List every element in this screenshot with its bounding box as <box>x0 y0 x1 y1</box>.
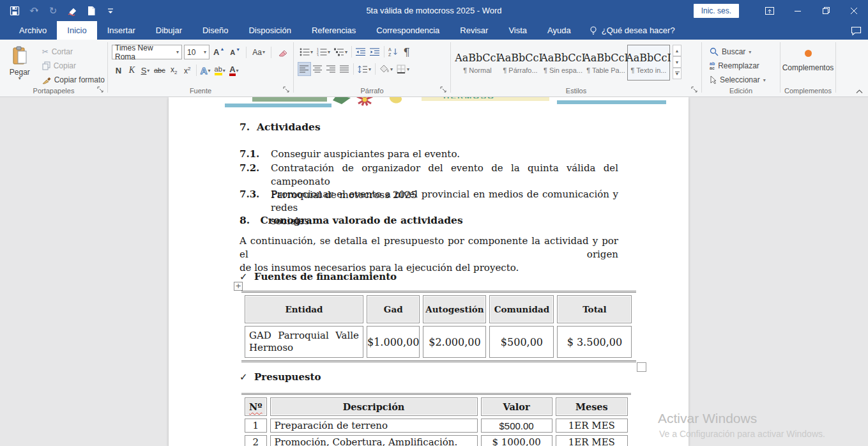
search-icon <box>710 47 719 56</box>
ribbon-display-options-icon[interactable] <box>756 0 784 21</box>
customize-qat-icon[interactable] <box>102 3 119 19</box>
svg-text:A: A <box>388 47 392 52</box>
shrink-font-button[interactable]: A▼ <box>228 45 242 59</box>
grow-font-button[interactable]: A▲ <box>211 45 226 59</box>
feedback-icon[interactable] <box>851 21 862 40</box>
styles-scroll-up-icon[interactable]: ▲ <box>673 45 681 56</box>
paste-button[interactable]: Pegar ▾ <box>5 45 34 87</box>
bullets-icon[interactable]: ▾ <box>298 45 315 59</box>
tell-me-box[interactable]: ¿Qué desea hacer? <box>581 21 683 40</box>
format-painter-button[interactable]: Copiar formato <box>40 73 107 87</box>
funding-table[interactable]: Entidad Gad Autogestión Comunidad Total … <box>241 291 636 362</box>
strikethrough-button[interactable]: abc <box>152 63 167 77</box>
funding-cell-entity: GAD Parroquial Valle Hermoso <box>245 326 363 358</box>
funding-cell-autogestion: $2.000,00 <box>423 326 486 358</box>
new-document-icon[interactable] <box>83 3 100 19</box>
styles-scroll-down-icon[interactable]: ▼ <box>673 56 681 68</box>
group-estilos: AaBbCcI ¶ Normal AaBbCcI ¶ Párrafo... Aa… <box>451 40 701 96</box>
minimize-button[interactable] <box>784 0 812 21</box>
justify-icon[interactable] <box>338 62 351 76</box>
table-move-handle[interactable]: + <box>234 282 243 291</box>
clear-formatting-button[interactable] <box>275 45 289 59</box>
font-color-button[interactable]: A▾ <box>227 63 241 77</box>
multilevel-list-icon[interactable]: ▾ <box>332 45 349 59</box>
tab-disposicion[interactable]: Disposición <box>238 21 301 40</box>
style-sin-espaciado[interactable]: AaBbCcI ¶ Sin espa... <box>542 45 584 81</box>
document-area[interactable]: HERMOSO 7. Actividades 7.1. Conseguir au… <box>0 97 868 446</box>
show-marks-icon[interactable]: ¶ <box>400 45 413 59</box>
funding-cell-total: $ 3.500,00 <box>557 326 632 358</box>
tab-diseno[interactable]: Diseño <box>192 21 238 40</box>
bold-button[interactable]: N <box>112 63 125 77</box>
ink-eraser-icon[interactable] <box>64 3 80 19</box>
subscript-button[interactable]: x2 <box>167 63 181 77</box>
style-normal[interactable]: AaBbCcI ¶ Normal <box>456 45 499 81</box>
borders-icon[interactable]: ▾ <box>395 62 411 76</box>
close-button[interactable] <box>840 0 868 21</box>
tab-vista[interactable]: Vista <box>498 21 537 40</box>
tab-dibujar[interactable]: Dibujar <box>146 21 192 40</box>
funding-cell-comunidad: $500,00 <box>489 326 554 358</box>
style-table-paragraph[interactable]: AaBbCcI ¶ Table Pa... <box>584 45 627 81</box>
paintbrush-icon <box>42 75 51 84</box>
tab-archivo[interactable]: Archivo <box>9 21 57 40</box>
collapse-ribbon-icon[interactable] <box>856 89 863 94</box>
undo-icon[interactable]: ↶▾ <box>26 3 42 19</box>
font-name-combo[interactable]: Times New Roma▾ <box>112 45 182 59</box>
tab-ayuda[interactable]: Ayuda <box>537 21 581 40</box>
document-page[interactable]: HERMOSO 7. Actividades 7.1. Conseguir au… <box>169 97 689 446</box>
style-parrafo[interactable]: AaBbCcI ¶ Párrafo... <box>499 45 542 81</box>
ribbon: Pegar ▾ ✂ Cortar Copiar <box>0 40 868 97</box>
copy-button[interactable]: Copiar <box>40 59 107 73</box>
table-resize-handle[interactable] <box>637 362 646 372</box>
italic-button[interactable]: K <box>125 63 139 77</box>
budget-table[interactable]: Nº Descripción Valor Meses 1 Preparación… <box>241 393 631 446</box>
tab-insertar[interactable]: Insertar <box>97 21 146 40</box>
budget-row-1: 1 Preparación de terreno $500.00 1ER MES <box>245 419 628 433</box>
align-left-icon[interactable] <box>298 62 311 76</box>
paragraph-dialog-launcher-icon[interactable] <box>440 86 448 94</box>
style-texto-independiente[interactable]: AaBbCcI ¶ Texto in... <box>627 45 670 81</box>
underline-button[interactable]: S▾ <box>139 63 152 77</box>
find-button[interactable]: Buscar▾ <box>707 45 780 59</box>
text-effects-button[interactable]: A▾ <box>199 63 213 77</box>
font-size-combo[interactable]: 10▾ <box>184 45 209 59</box>
align-right-icon[interactable] <box>324 62 338 76</box>
align-center-icon[interactable] <box>311 62 324 76</box>
line-spacing-icon[interactable]: ▾ <box>356 62 373 76</box>
group-fuente: Times New Roma▾ 10▾ A▲ A▼ Aa▾ N K <box>108 40 293 96</box>
font-dialog-launcher-icon[interactable] <box>283 86 291 94</box>
save-icon[interactable] <box>6 3 23 19</box>
tab-correspondencia[interactable]: Correspondencia <box>366 21 450 40</box>
tab-referencias[interactable]: Referencias <box>301 21 366 40</box>
sort-icon[interactable]: AZ <box>386 45 400 59</box>
activate-windows-subtext: Ve a Configuración para activar Windows. <box>659 429 825 439</box>
activate-windows-watermark: Activar Windows <box>658 411 757 426</box>
styles-dialog-launcher-icon[interactable] <box>691 86 699 94</box>
increase-indent-icon[interactable] <box>368 45 382 59</box>
styles-more-icon[interactable]: ▼ <box>673 68 681 79</box>
superscript-button[interactable]: x2 <box>181 63 194 77</box>
addins-button[interactable]: Complementos <box>782 45 834 72</box>
redo-icon[interactable]: ↻ <box>45 3 61 19</box>
heading-actividades: 7. Actividades <box>240 121 321 133</box>
title-bar: ↶▾ ↻ 5ta válida de motocross 2025 - Word… <box>0 0 868 21</box>
addin-dot-icon <box>805 50 812 57</box>
restore-button[interactable] <box>812 0 840 21</box>
chevron-down-icon: ▾ <box>19 77 21 81</box>
tab-inicio[interactable]: Inicio <box>57 21 96 40</box>
tab-revisar[interactable]: Revisar <box>450 21 498 40</box>
cut-button[interactable]: ✂ Cortar <box>40 45 107 59</box>
funding-header-gad: Gad <box>367 295 420 323</box>
shading-icon[interactable]: ▾ <box>377 62 395 76</box>
replace-button[interactable]: ab ac Reemplazar <box>707 59 780 73</box>
eraser-icon <box>277 48 287 57</box>
highlight-button[interactable]: ab▾ <box>213 63 227 77</box>
change-case-button[interactable]: Aa▾ <box>250 45 267 59</box>
select-button[interactable]: Seleccionar▾ <box>707 73 780 87</box>
numbering-icon[interactable]: 123 ▾ <box>315 45 332 59</box>
clipboard-dialog-launcher-icon[interactable] <box>97 86 105 94</box>
svg-text:3: 3 <box>317 53 319 56</box>
decrease-indent-icon[interactable] <box>354 45 368 59</box>
sign-in-button[interactable]: Inic. ses. <box>694 4 739 18</box>
